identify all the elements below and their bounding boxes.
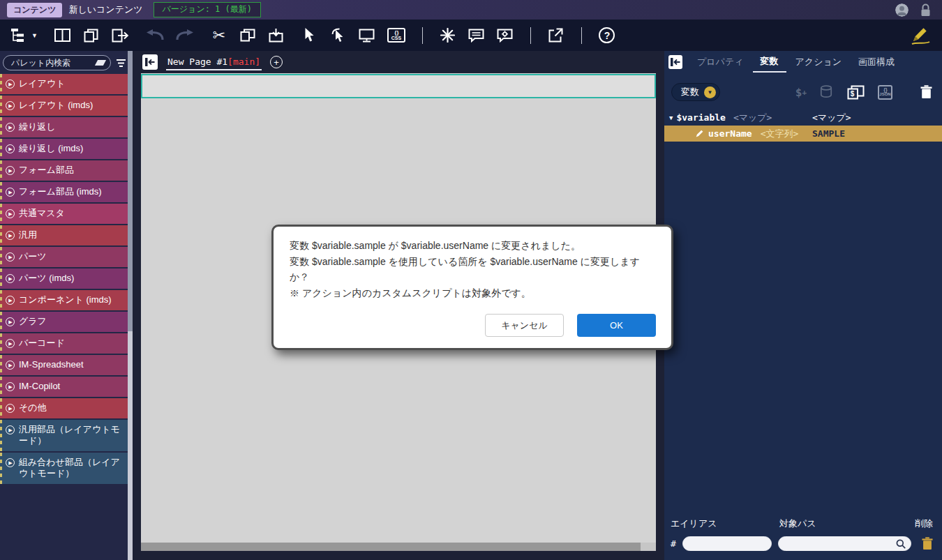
- palette-list: ▶ レイアウト ▶ レイアウト (imds) ▶ 繰り返し ▶ 繰り返し (im…: [0, 74, 133, 484]
- select-cursor-button[interactable]: [301, 24, 318, 47]
- paste-button[interactable]: [268, 24, 285, 47]
- variable-row-selected[interactable]: userName <文字列> SAMPLE: [664, 126, 942, 142]
- page-tab[interactable]: New Page #1 [main]: [166, 54, 262, 70]
- variable-value: <マップ>: [812, 112, 942, 124]
- element-tree-button[interactable]: ▼: [11, 24, 38, 47]
- right-panel-tab[interactable]: プロパティ: [689, 52, 752, 72]
- alias-footer: エイリアス 対象パス 削除 #: [664, 517, 942, 560]
- palette-search-input[interactable]: [3, 55, 111, 70]
- palette-sidebar: ▶ レイアウト ▶ レイアウト (imds) ▶ 繰り返し ▶ 繰り返し (im…: [0, 51, 133, 560]
- palette-scrollbar[interactable]: [128, 51, 133, 560]
- play-icon: ▶: [6, 404, 15, 413]
- play-icon: ▶: [6, 166, 15, 175]
- play-icon: ▶: [6, 296, 15, 305]
- play-icon: ▶: [6, 317, 15, 326]
- collapse-tabs-button[interactable]: [142, 54, 158, 70]
- add-page-button[interactable]: +: [270, 56, 283, 68]
- select-parent-cursor-button[interactable]: [330, 24, 347, 47]
- json-view-icon[interactable]: { } JSON: [878, 85, 892, 100]
- play-icon: ▶: [6, 252, 15, 262]
- delete-variable-icon[interactable]: [920, 85, 932, 99]
- split-view-button[interactable]: [54, 24, 71, 47]
- palette-item[interactable]: ▶ レイアウト: [0, 74, 128, 94]
- dialog-message-line-1: 変数 $variable.sample が $variable.userName…: [290, 238, 656, 254]
- comment-settings-button[interactable]: [497, 24, 514, 47]
- canvas-selected-element[interactable]: [141, 74, 656, 98]
- variables-toolbar: 変数 ▼ $+ $ { } JSON: [664, 83, 942, 101]
- page-tab-name: New Page #1: [167, 56, 227, 67]
- play-icon: ▶: [6, 382, 15, 391]
- variable-row-root[interactable]: ▼ $variable <マップ> <マップ>: [664, 109, 942, 126]
- expand-caret-icon[interactable]: ▼: [669, 114, 673, 121]
- cancel-button[interactable]: キャンセル: [485, 314, 564, 337]
- play-icon: ▶: [6, 274, 15, 283]
- duplicate-page-button[interactable]: [83, 24, 100, 47]
- palette-item[interactable]: ▶ レイアウト (imds): [0, 96, 128, 116]
- help-button[interactable]: ?: [599, 24, 615, 47]
- main-toolbar: ▼ ✂: [0, 20, 942, 51]
- hash-prefix: #: [671, 538, 676, 549]
- palette-item[interactable]: ▶ IM-Spreadsheet: [0, 355, 128, 375]
- toolbar-separator: [581, 27, 582, 44]
- move-page-button[interactable]: [112, 24, 129, 47]
- target-path-input[interactable]: [778, 536, 911, 551]
- dock-panel-icon[interactable]: [668, 55, 682, 69]
- palette-item[interactable]: ▶ フォーム部品 (imds): [0, 182, 128, 202]
- palette-item[interactable]: ▶ パーツ: [0, 247, 128, 267]
- variable-type: <文字列>: [761, 128, 799, 140]
- add-variable-icon[interactable]: $+: [795, 86, 807, 99]
- palette-item[interactable]: ▶ IM-Copilot: [0, 377, 128, 397]
- palette-item[interactable]: ▶ パーツ (imds): [0, 268, 128, 289]
- palette-item[interactable]: ▶ 汎用: [0, 225, 128, 245]
- canvas-horizontal-scrollbar[interactable]: [141, 543, 656, 551]
- right-panel-tabs: プロパティ 変数 アクション 画面構成: [664, 51, 942, 72]
- search-icon[interactable]: [896, 539, 906, 549]
- top-bar: コンテンツ 新しいコンテンツ バージョン: 1 (最新): [0, 0, 942, 20]
- palette-item[interactable]: ▶ コンポーネント (imds): [0, 290, 128, 310]
- palette-item[interactable]: ▶ グラフ: [0, 312, 128, 332]
- delete-alias-icon[interactable]: [922, 537, 933, 550]
- play-icon: ▶: [6, 188, 15, 197]
- toolbar-separator: [530, 27, 531, 44]
- css-editor-button[interactable]: { } CSS: [387, 24, 405, 47]
- lock-icon[interactable]: [920, 3, 931, 17]
- redo-button[interactable]: [176, 24, 194, 47]
- palette-item[interactable]: ▶ 汎用部品（レイアウトモード）: [0, 420, 128, 451]
- user-avatar-icon[interactable]: [895, 3, 909, 17]
- right-panel-tab[interactable]: アクション: [788, 52, 850, 72]
- alias-input[interactable]: [682, 536, 772, 551]
- add-variable-from-db-icon[interactable]: [820, 85, 834, 99]
- edit-mode-pencil-icon[interactable]: [910, 24, 931, 47]
- dialog-message-line-3: ※ アクション内のカスタムスクリプトは対象外です。: [290, 285, 656, 301]
- copy-button[interactable]: [239, 24, 256, 47]
- variable-value: SAMPLE: [812, 128, 942, 139]
- palette-item[interactable]: ▶ 繰り返し: [0, 117, 128, 137]
- import-variables-icon[interactable]: $: [847, 85, 865, 100]
- open-external-button[interactable]: [548, 24, 565, 47]
- play-icon: ▶: [6, 361, 15, 370]
- comment-button[interactable]: [468, 24, 485, 47]
- palette-item[interactable]: ▶ 共通マスタ: [0, 204, 128, 224]
- variable-name: $variable: [676, 112, 725, 123]
- play-icon: ▶: [6, 144, 15, 153]
- variable-type: <マップ>: [733, 112, 772, 124]
- palette-item[interactable]: ▶ その他: [0, 398, 128, 418]
- variables-scope-dropdown[interactable]: 変数 ▼: [671, 83, 720, 101]
- preview-button[interactable]: [359, 24, 375, 47]
- dialog-message-line-2: 変数 $variable.sample を使用している箇所を $variable…: [290, 254, 656, 285]
- variable-rename-dialog: 変数 $variable.sample が $variable.userName…: [271, 225, 673, 350]
- palette-item[interactable]: ▶ フォーム部品: [0, 160, 128, 181]
- palette-item[interactable]: ▶ 繰り返し (imds): [0, 139, 128, 159]
- asterisk-button[interactable]: [440, 24, 456, 47]
- variable-name: userName: [708, 128, 752, 139]
- play-icon: ▶: [6, 209, 15, 218]
- cut-button[interactable]: ✂: [211, 24, 227, 47]
- palette-item[interactable]: ▶ バーコード: [0, 333, 128, 354]
- undo-button[interactable]: [146, 24, 164, 47]
- palette-item[interactable]: ▶ 組み合わせ部品（レイアウトモード）: [0, 453, 128, 484]
- version-badge[interactable]: バージョン: 1 (最新): [154, 2, 261, 17]
- play-icon: ▶: [6, 80, 15, 89]
- right-panel-tab[interactable]: 変数: [753, 52, 786, 73]
- right-panel-tab[interactable]: 画面構成: [851, 52, 902, 72]
- ok-button[interactable]: OK: [577, 314, 656, 337]
